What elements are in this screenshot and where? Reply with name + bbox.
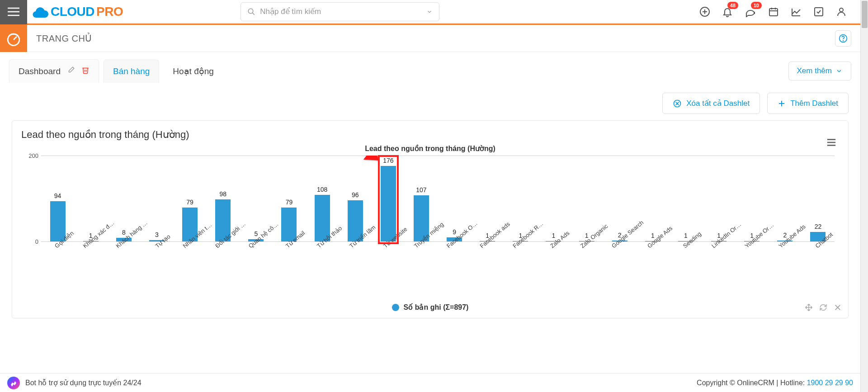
bot-label: Bot hỗ trợ sử dụng trực tuyến 24/24 xyxy=(25,378,142,387)
bar-value: 98 xyxy=(219,190,226,198)
bar-value: 79 xyxy=(286,198,293,206)
bar-col: 79Nhân viên t… xyxy=(174,156,207,241)
user-button[interactable] xyxy=(836,6,847,17)
bar-col: 22Chatbot xyxy=(802,156,835,241)
bar-col: 94Gọi điện xyxy=(41,156,74,241)
logo-cloud: CLOUD xyxy=(51,5,94,19)
bell-button[interactable]: 48 xyxy=(722,6,733,17)
tab-label: Dashboard xyxy=(19,66,61,76)
bar-col: 176Từ website xyxy=(372,156,405,241)
chat-button[interactable]: 10 xyxy=(745,6,756,17)
bar-col: 96Từ triển lãm xyxy=(339,156,372,241)
bar-col: 107Truyền miệng xyxy=(405,156,438,241)
top-actions: 48 10 xyxy=(699,6,860,17)
svg-point-3 xyxy=(248,9,253,14)
bar-col: 1Facebook ads xyxy=(471,156,504,241)
clear-dashlet-button[interactable]: Xóa tất cả Dashlet xyxy=(662,93,760,114)
svg-point-18 xyxy=(843,40,844,41)
scroll-thumb[interactable] xyxy=(862,1,868,28)
chevron-down-icon[interactable] xyxy=(426,9,433,15)
task-button[interactable] xyxy=(813,6,824,17)
hotline-number[interactable]: 1900 29 29 90 xyxy=(807,379,853,387)
bar-col: 1Google Ads xyxy=(636,156,669,241)
plus-icon xyxy=(778,99,786,108)
chevron-down-icon xyxy=(835,67,843,75)
bar-col: 1Zalo Ads xyxy=(537,156,570,241)
top-bar: CLOUDPRO 48 10 xyxy=(0,0,860,25)
tab-label: Bán hàng xyxy=(113,66,150,76)
card-title: Lead theo nguồn trong tháng (Hường) xyxy=(21,129,839,141)
actions-row: Xóa tất cả Dashlet Thêm Dashlet xyxy=(0,83,860,114)
copyright: Copyright © OnlineCRM xyxy=(697,379,774,387)
bar-col: 1Facebook R… xyxy=(504,156,537,241)
bar-category: Tự tạo xyxy=(151,230,171,249)
chart-menu-button[interactable] xyxy=(826,138,836,149)
tab-label: Hoạt động xyxy=(173,66,214,76)
trash-icon[interactable] xyxy=(81,66,90,76)
svg-rect-8 xyxy=(769,9,778,16)
bar-value: 176 xyxy=(383,157,393,164)
search-input[interactable] xyxy=(260,7,426,16)
bar-col: 5Quan hệ cô… xyxy=(240,156,273,241)
bar-col: 79Từ email xyxy=(273,156,306,241)
menu-button[interactable] xyxy=(0,0,27,24)
bar-col: 3Tự tạo xyxy=(140,156,173,241)
calendar-button[interactable] xyxy=(768,6,779,17)
card-controls xyxy=(805,303,842,313)
bar-col: 8Khách hàng … xyxy=(107,156,140,241)
svg-point-15 xyxy=(840,8,843,12)
dashlet-card: Lead theo nguồn trong tháng (Hường) Lead… xyxy=(12,120,849,318)
bar-col: 1Seeding xyxy=(669,156,702,241)
messenger-icon[interactable] xyxy=(7,377,20,389)
legend-label: Số bản ghi (Σ=897) xyxy=(404,303,469,312)
refresh-icon[interactable] xyxy=(819,303,827,313)
chat-badge: 10 xyxy=(751,2,762,9)
tab-dashboard[interactable]: Dashboard xyxy=(9,59,99,83)
home-icon[interactable] xyxy=(0,25,27,52)
bar-value: 108 xyxy=(317,186,327,193)
bar-category: Zalo Ads xyxy=(547,227,571,249)
bar-col: 1Zalo Organic xyxy=(570,156,603,241)
xem-them-button[interactable]: Xem thêm xyxy=(788,61,851,80)
tab-hoatdong[interactable]: Hoạt động xyxy=(164,60,223,83)
hotline-label: Hotline: xyxy=(780,379,807,387)
search-box[interactable] xyxy=(241,2,439,21)
bar-value: 96 xyxy=(352,191,359,198)
bell-badge: 48 xyxy=(727,2,738,9)
close-icon[interactable] xyxy=(834,303,842,313)
bar-col: 1Không xác đ… xyxy=(74,156,107,241)
footer: Bot hỗ trợ sử dụng trực tuyến 24/24 Copy… xyxy=(0,373,860,392)
cloud-icon xyxy=(31,5,49,19)
add-button[interactable] xyxy=(699,6,710,17)
bar-value: 107 xyxy=(416,186,426,194)
bar-col: 9Facebook O… xyxy=(438,156,471,241)
svg-rect-14 xyxy=(815,8,823,16)
bar-col: 1LinkedIn Or… xyxy=(703,156,736,241)
help-button[interactable] xyxy=(835,30,851,47)
svg-line-4 xyxy=(252,13,255,15)
bar-col: 1Youtube Or… xyxy=(736,156,769,241)
bar-col: 98Đối tác giới … xyxy=(207,156,240,241)
move-icon[interactable] xyxy=(805,303,813,313)
logo[interactable]: CLOUDPRO xyxy=(31,5,123,19)
bar-category: Seeding xyxy=(679,227,703,249)
scrollbar[interactable] xyxy=(860,0,868,392)
page-header: TRANG CHỦ xyxy=(0,25,860,52)
edit-icon[interactable] xyxy=(67,66,75,76)
bar-value: 94 xyxy=(54,192,61,199)
chart-title: Lead theo nguồn trong tháng (Hường) xyxy=(21,144,839,153)
close-circle-icon xyxy=(673,99,682,108)
bar-value: 79 xyxy=(186,198,193,206)
chart-legend: Số bản ghi (Σ=897) xyxy=(21,303,839,312)
search-icon xyxy=(247,8,255,16)
bar-category: Chatbot xyxy=(812,228,835,250)
xem-them-label: Xem thêm xyxy=(797,66,832,76)
legend-dot xyxy=(392,304,399,311)
tab-banhang[interactable]: Bán hàng xyxy=(104,60,159,83)
add-dashlet-button[interactable]: Thêm Dashlet xyxy=(767,93,849,114)
bar-col: 2Youtube Ads xyxy=(769,156,802,241)
chart: 020094Gọi điện1Không xác đ…8Khách hàng …… xyxy=(41,156,835,264)
chart-button[interactable] xyxy=(791,6,802,17)
bar-col: 108Từ hội thảo xyxy=(306,156,339,241)
tabs-row: Dashboard Bán hàng Hoạt động Xem thêm xyxy=(0,52,860,83)
